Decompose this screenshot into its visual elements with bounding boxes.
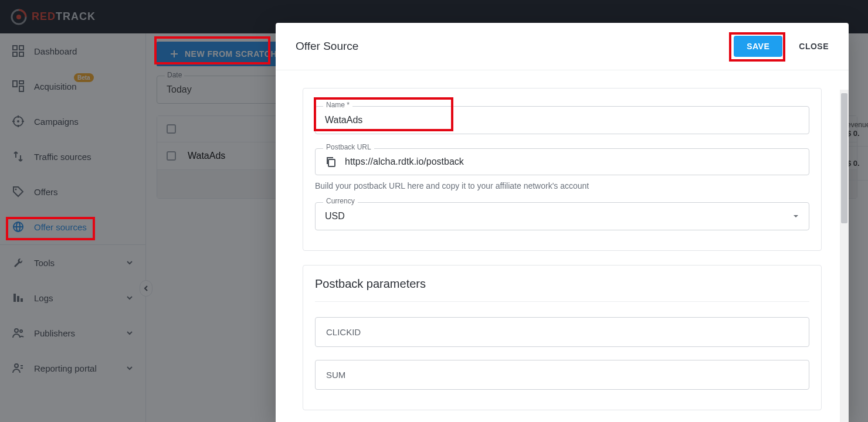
close-button[interactable]: CLOSE — [799, 42, 829, 51]
postback-url-field: Postback URL https://alcha.rdtk.io/postb… — [315, 148, 809, 175]
scrollbar-thumb[interactable] — [841, 93, 847, 223]
dropdown-icon — [792, 213, 799, 220]
param-clickid[interactable]: CLICKID — [315, 317, 809, 347]
svg-rect-27 — [328, 159, 335, 166]
postback-params-title: Postback parameters — [315, 277, 809, 301]
basic-info-card: Name * Postback URL https://alcha.rdtk.i… — [303, 88, 822, 251]
postback-url-value: https://alcha.rdtk.io/postback — [345, 156, 799, 167]
currency-value: USD — [325, 211, 345, 222]
currency-field: Currency USD — [315, 202, 809, 230]
name-label: Name * — [323, 101, 352, 109]
copy-icon[interactable] — [325, 156, 337, 168]
postback-hint: Build your postback URL here and copy it… — [315, 181, 809, 190]
modal-scrollbar[interactable] — [840, 90, 849, 422]
postback-params-card: Postback parameters CLICKID SUM — [303, 265, 822, 410]
modal-header: Offer Source SAVE CLOSE — [276, 23, 849, 70]
currency-label: Currency — [323, 197, 358, 205]
currency-select[interactable]: USD — [315, 202, 809, 230]
param-sum[interactable]: SUM — [315, 360, 809, 390]
save-button[interactable]: SAVE — [734, 36, 782, 57]
name-input[interactable] — [315, 106, 809, 134]
name-field: Name * — [315, 106, 809, 134]
modal-body: Name * Postback URL https://alcha.rdtk.i… — [276, 70, 849, 422]
postback-label: Postback URL — [323, 143, 374, 151]
modal-title: Offer Source — [296, 40, 358, 53]
offer-source-modal: Offer Source SAVE CLOSE Name * Postback … — [276, 23, 849, 422]
